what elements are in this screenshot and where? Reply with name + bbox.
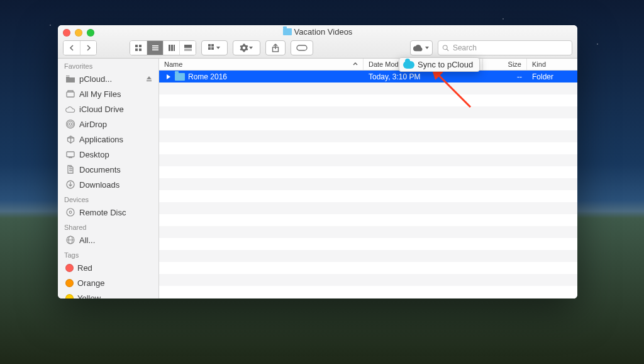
all-my-files-icon bbox=[65, 90, 75, 98]
svg-rect-21 bbox=[147, 80, 152, 81]
sidebar-item-label: pCloud... bbox=[79, 74, 112, 84]
svg-rect-12 bbox=[184, 50, 192, 50]
sidebar-item-label: Remote Disc bbox=[79, 208, 126, 217]
sidebar-item-label: All... bbox=[79, 236, 95, 245]
disclosure-triangle-icon[interactable] bbox=[167, 74, 170, 79]
svg-rect-1 bbox=[139, 45, 142, 47]
sidebar-item-label: Yellow bbox=[77, 293, 101, 299]
tag-dot-icon bbox=[65, 264, 74, 272]
svg-rect-16 bbox=[211, 47, 214, 50]
column-header-size[interactable]: Size bbox=[483, 59, 527, 70]
tag-dot-icon bbox=[65, 294, 74, 299]
sidebar-item-label: iCloud Drive bbox=[79, 105, 124, 114]
window-body: Favorites pCloud... All My Files bbox=[58, 59, 577, 299]
file-kind: Folder bbox=[527, 71, 577, 82]
network-icon bbox=[65, 236, 75, 244]
sidebar-tag-orange[interactable]: Orange bbox=[58, 275, 158, 290]
svg-rect-18 bbox=[297, 45, 307, 50]
applications-icon bbox=[65, 135, 75, 144]
tag-dot-icon bbox=[65, 279, 74, 287]
svg-point-30 bbox=[69, 211, 72, 213]
column-header-kind[interactable]: Kind bbox=[527, 59, 577, 70]
desktop-icon bbox=[65, 151, 75, 158]
file-list: Name Date Modified Size Kind Rome 2016To… bbox=[159, 59, 577, 299]
sidebar-item-icloud-drive[interactable]: iCloud Drive bbox=[58, 101, 158, 117]
view-mode-buttons bbox=[130, 40, 196, 55]
column-header-label: Kind bbox=[532, 60, 546, 68]
file-row[interactable]: Rome 2016Today, 3:10 PM--Folder bbox=[159, 71, 577, 82]
coverflow-view-button[interactable] bbox=[179, 41, 196, 55]
file-name: Rome 2016 bbox=[188, 72, 227, 81]
navigation-buttons bbox=[63, 40, 97, 55]
svg-rect-14 bbox=[211, 44, 214, 47]
svg-line-20 bbox=[447, 49, 448, 51]
share-button[interactable] bbox=[265, 40, 286, 55]
pcloud-menu: Sync to pCloud bbox=[399, 57, 480, 72]
folder-icon bbox=[65, 76, 75, 82]
sync-to-pcloud-item[interactable]: Sync to pCloud bbox=[418, 60, 473, 69]
eject-icon[interactable] bbox=[146, 74, 152, 84]
folder-icon bbox=[175, 73, 185, 81]
column-header-name[interactable]: Name bbox=[159, 59, 364, 70]
disc-icon bbox=[65, 208, 75, 217]
file-rows: Rome 2016Today, 3:10 PM--Folder bbox=[159, 71, 577, 299]
svg-rect-0 bbox=[135, 45, 138, 47]
sidebar-item-label: Desktop bbox=[79, 150, 109, 159]
desktop-wallpaper: Vacation Videos bbox=[0, 0, 644, 364]
sidebar-item-airdrop[interactable]: AirDrop bbox=[58, 117, 158, 132]
svg-rect-15 bbox=[208, 47, 211, 50]
svg-rect-2 bbox=[135, 48, 138, 51]
svg-rect-9 bbox=[174, 45, 175, 51]
svg-rect-4 bbox=[152, 45, 158, 47]
search-input[interactable] bbox=[452, 43, 568, 53]
sidebar-item-all-my-files[interactable]: All My Files bbox=[58, 86, 158, 101]
pcloud-toolbar-button[interactable] bbox=[410, 40, 433, 55]
sidebar-item-pcloud[interactable]: pCloud... bbox=[58, 71, 158, 86]
tags-button[interactable] bbox=[291, 40, 313, 55]
svg-rect-22 bbox=[67, 92, 74, 97]
sidebar-item-downloads[interactable]: Downloads bbox=[58, 177, 158, 192]
icon-view-button[interactable] bbox=[130, 41, 147, 55]
back-button[interactable] bbox=[64, 41, 80, 55]
svg-rect-10 bbox=[184, 45, 192, 48]
svg-rect-3 bbox=[139, 48, 142, 51]
window-title: Vacation Videos bbox=[58, 27, 577, 37]
sidebar-item-desktop[interactable]: Desktop bbox=[58, 147, 158, 162]
sidebar-section-devices: Devices bbox=[58, 192, 158, 205]
sidebar-item-applications[interactable]: Applications bbox=[58, 132, 158, 147]
file-size: -- bbox=[483, 71, 527, 82]
search-icon bbox=[442, 44, 449, 52]
sidebar-tag-yellow[interactable]: Yellow bbox=[58, 290, 158, 299]
sidebar-tag-red[interactable]: Red bbox=[58, 260, 158, 275]
sidebar-section-favorites: Favorites bbox=[58, 59, 158, 71]
svg-point-24 bbox=[68, 122, 74, 127]
column-view-button[interactable] bbox=[163, 41, 179, 55]
svg-rect-26 bbox=[67, 152, 74, 157]
pcloud-icon bbox=[403, 61, 414, 69]
column-header-label: Name bbox=[164, 60, 182, 68]
toolbar bbox=[63, 40, 572, 55]
action-menu-button[interactable] bbox=[233, 40, 260, 55]
column-header-label: Size bbox=[508, 60, 521, 68]
sidebar-item-label: Documents bbox=[79, 165, 121, 174]
forward-button[interactable] bbox=[80, 41, 96, 55]
sidebar-item-documents[interactable]: Documents bbox=[58, 162, 158, 177]
sidebar-section-tags: Tags bbox=[58, 247, 158, 260]
svg-point-23 bbox=[69, 123, 72, 125]
file-date: Today, 3:10 PM bbox=[364, 71, 483, 82]
sidebar-item-all-shared[interactable]: All... bbox=[58, 232, 158, 247]
sidebar: Favorites pCloud... All My Files bbox=[58, 59, 159, 299]
documents-icon bbox=[65, 165, 75, 174]
titlebar: Vacation Videos bbox=[58, 25, 577, 59]
search-field[interactable] bbox=[438, 40, 572, 55]
finder-window: Vacation Videos bbox=[58, 25, 577, 299]
svg-rect-8 bbox=[171, 45, 173, 51]
list-view-button[interactable] bbox=[147, 41, 163, 55]
svg-rect-5 bbox=[152, 47, 158, 48]
arrange-button[interactable] bbox=[201, 40, 228, 55]
svg-rect-13 bbox=[208, 44, 211, 47]
svg-rect-7 bbox=[169, 45, 170, 51]
icloud-icon bbox=[65, 106, 75, 113]
svg-rect-6 bbox=[152, 49, 158, 50]
sidebar-item-remote-disc[interactable]: Remote Disc bbox=[58, 205, 158, 220]
